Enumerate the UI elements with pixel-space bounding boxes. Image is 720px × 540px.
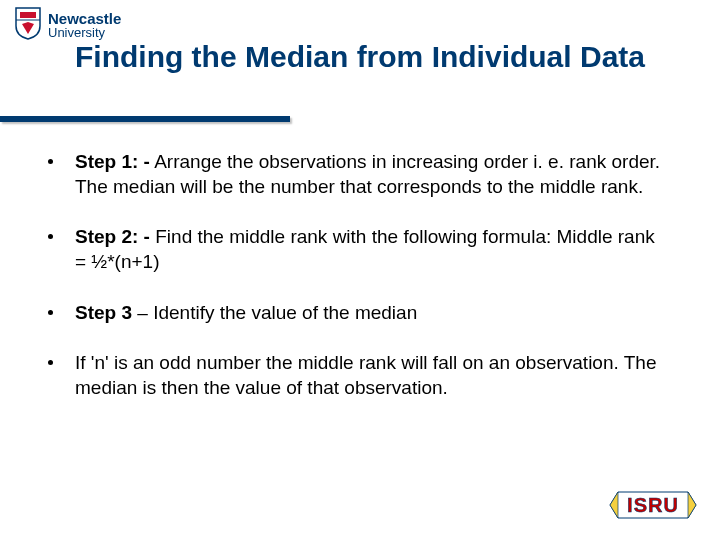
- title-underline: [0, 116, 290, 122]
- logo-name: Newcastle: [48, 11, 121, 26]
- bullet-icon: [48, 234, 53, 239]
- slide-title: Finding the Median from Individual Data: [0, 38, 720, 76]
- svg-marker-2: [688, 492, 696, 518]
- bullet-icon: [48, 159, 53, 164]
- bullet-text: Step 2: - Find the middle rank with the …: [75, 225, 668, 274]
- isru-badge: ISRU: [608, 486, 698, 524]
- list-item: Step 3 – Identify the value of the media…: [48, 301, 668, 326]
- bullet-list: Step 1: - Arrange the observations in in…: [48, 150, 668, 427]
- bullet-text: If 'n' is an odd number the middle rank …: [75, 351, 668, 400]
- bullet-text: Step 3 – Identify the value of the media…: [75, 301, 417, 326]
- bullet-text: Step 1: - Arrange the observations in in…: [75, 150, 668, 199]
- bullet-icon: [48, 310, 53, 315]
- isru-label: ISRU: [627, 494, 679, 517]
- bullet-icon: [48, 360, 53, 365]
- list-item: Step 2: - Find the middle rank with the …: [48, 225, 668, 274]
- list-item: Step 1: - Arrange the observations in in…: [48, 150, 668, 199]
- list-item: If 'n' is an odd number the middle rank …: [48, 351, 668, 400]
- svg-marker-1: [610, 492, 618, 518]
